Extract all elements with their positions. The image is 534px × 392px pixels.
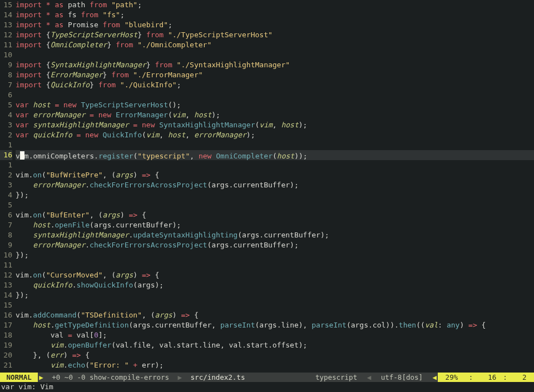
- code-area[interactable]: import * as path from "path";import * as…: [16, 0, 534, 373]
- percent-segment: 29%: [438, 373, 466, 382]
- encoding-segment: utf-8[dos]: [372, 373, 431, 382]
- mode-indicator: NORMAL: [0, 373, 38, 382]
- chevron-right-icon: ▶: [38, 373, 44, 382]
- line-number: 16: [476, 373, 500, 382]
- chevron-right-icon: ▶: [177, 373, 184, 382]
- editor-pane[interactable]: 1514131211109876543211612345678910111213…: [0, 0, 534, 373]
- position-colon: :: [466, 373, 477, 382]
- git-branch-segment: +0 ~0 -0 show-compile-errors: [44, 373, 177, 382]
- file-path: src/index2.ts: [183, 373, 253, 382]
- chevron-left-icon: ◀: [432, 373, 438, 382]
- cursor: [20, 151, 24, 160]
- command-line[interactable]: var vim: Vim: [0, 382, 534, 392]
- line-number-gutter: 1514131211109876543211612345678910111213…: [0, 0, 16, 373]
- filetype-segment: typescript: [306, 373, 365, 382]
- chevron-left-icon: ◀: [366, 373, 373, 382]
- position-colon: :: [500, 373, 511, 382]
- status-line: NORMAL ▶ +0 ~0 -0 show-compile-errors ▶ …: [0, 373, 534, 382]
- col-number: 2: [511, 373, 534, 382]
